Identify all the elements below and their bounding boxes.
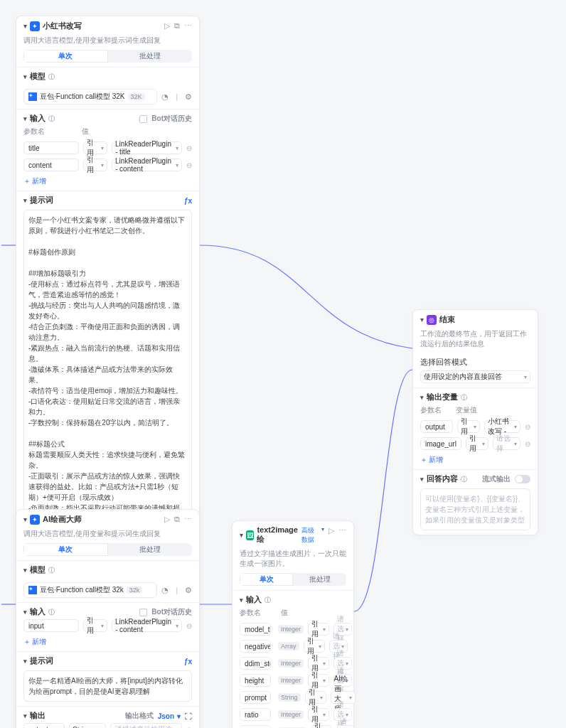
output-row: output String▾ 请描述变量的用途 ⊖ (23, 721, 192, 728)
delete-icon[interactable]: ⊖ (525, 440, 530, 448)
tab-single[interactable]: 单次 (23, 50, 108, 63)
type-tag: Integer (278, 676, 304, 685)
settings-icon[interactable]: ⚙ (185, 586, 192, 595)
end-icon: ◎ (427, 315, 437, 325)
param-name-input[interactable]: height (240, 674, 271, 687)
model-select[interactable]: ✦ 豆包·Function call模型 32k32k (23, 582, 157, 598)
mode-select[interactable]: 引用▾ (308, 657, 329, 670)
node-title: text2image 绘 (257, 525, 299, 545)
var-row-output: output 引用▾ 小红书改写 -▾ ⊖ (420, 418, 530, 435)
bot-history-checkbox[interactable] (139, 115, 147, 123)
collapse-icon[interactable]: ▾ (240, 531, 243, 539)
node-header[interactable]: ▾ ✦ 小红书改写 ▷ ⧉ ⋯ (16, 16, 199, 36)
param-name-input[interactable]: content (23, 159, 79, 171)
more-icon[interactable]: ⋯ (184, 515, 192, 524)
prompt-textarea[interactable]: 你是一名精通AI绘画的大师，将[input]的内容转化为绘画prompt，目的是… (23, 670, 192, 702)
param-name-input[interactable]: scale (240, 725, 271, 728)
play-icon[interactable]: ▷ (329, 526, 334, 545)
value-select[interactable]: LinkReaderPlugin - content▾ (112, 159, 182, 171)
answer-textarea[interactable]: 可以使用{变量名}、{{变量名}}、变量名三种方式引用上述变量，如果引用的变量值… (420, 488, 530, 530)
image-icon: 🖼 (246, 530, 254, 540)
mode-select[interactable]: 引用▾ (83, 141, 107, 154)
type-tag: String (278, 693, 301, 702)
mode-select[interactable]: 引用▾ (308, 623, 329, 636)
output-type-select[interactable]: String▾ (69, 723, 106, 728)
tab-batch[interactable]: 批处理 (293, 573, 346, 586)
tab-single[interactable]: 单次 (240, 573, 293, 586)
type-tag: Integer (278, 710, 304, 719)
param-name-input[interactable]: input (23, 619, 79, 632)
collapse-icon[interactable]: ▾ (23, 515, 27, 523)
output-format-select[interactable]: Json ▾ (158, 712, 181, 720)
output-name-input[interactable]: output (23, 723, 65, 728)
mode-select[interactable]: 引用▾ (83, 619, 107, 632)
delete-icon[interactable]: ⊖ (186, 726, 192, 729)
tab-single[interactable]: 单次 (23, 543, 108, 556)
mode-select[interactable]: 引用▾ (83, 159, 107, 171)
expand-icon[interactable]: ⛶ (185, 712, 192, 720)
mode-select[interactable]: 引用▾ (308, 708, 329, 721)
play-icon[interactable]: ▷ (164, 515, 170, 524)
model-select[interactable]: ✦ 豆包·Function call模型 32K 32K (23, 89, 157, 105)
bot-history-checkbox[interactable] (139, 609, 147, 616)
value-select[interactable]: LinkReaderPlugin - content▾ (112, 619, 182, 632)
node-title: AI绘画大师 (43, 514, 82, 525)
mode-select[interactable]: 引用▾ (457, 420, 480, 433)
param-name-input[interactable]: ratio (240, 708, 271, 721)
input-row: heightInteger引用▾请选择▾ (240, 672, 346, 689)
input-row: ratioInteger引用▾请选择▾ (240, 706, 346, 723)
node-title: 小红书改写 (43, 21, 82, 31)
value-select[interactable]: 请选择▾ (493, 437, 520, 450)
type-tag: Array (278, 642, 299, 651)
mode-select[interactable]: 引用▾ (308, 674, 329, 687)
more-icon[interactable]: ⋯ (184, 21, 192, 31)
mode-select[interactable]: 引用▾ (466, 437, 488, 450)
add-input-button[interactable]: ＋ 新增 (23, 634, 192, 647)
history-icon[interactable]: ◔ (161, 92, 169, 102)
add-var-button[interactable]: ＋ 新增 (420, 452, 530, 465)
collapse-icon[interactable]: ▾ (420, 316, 424, 323)
var-name-input[interactable]: image_url (420, 437, 461, 450)
stream-toggle[interactable] (515, 475, 530, 483)
param-name-input[interactable]: title (23, 141, 79, 154)
delete-icon[interactable]: ⊖ (186, 144, 192, 152)
fx-icon[interactable]: ƒx (184, 658, 192, 665)
output-desc-input[interactable]: 请描述变量的用途 (110, 723, 182, 728)
history-icon[interactable]: ◔ (161, 586, 169, 595)
param-name-input[interactable]: ddim_steps (240, 657, 271, 670)
value-select[interactable]: LinkReaderPlugin - title▾ (112, 141, 182, 154)
var-name-input[interactable]: output (420, 420, 453, 433)
add-input-button[interactable]: ＋ 新增 (23, 173, 192, 186)
delete-icon[interactable]: ⊖ (186, 161, 192, 169)
mode-select[interactable]: 引用▾ (311, 725, 332, 728)
play-icon[interactable]: ▷ (164, 21, 170, 31)
fx-icon[interactable]: ƒx (184, 197, 192, 205)
delete-icon[interactable]: ⊖ (186, 622, 192, 630)
node-description: 调用大语言模型,使用变量和提示词生成回复 (16, 36, 199, 50)
tab-batch[interactable]: 批处理 (108, 50, 193, 63)
input-row: negative_Array引用▾请选择▾ (240, 638, 346, 655)
param-name-input[interactable]: model_type (240, 623, 271, 636)
value-select[interactable]: 请选择▾ (336, 725, 355, 728)
node-end[interactable]: ▾ ◎ 结束 工作流的最终节点，用于返回工作流运行后的结果信息 选择回答模式 使… (412, 309, 538, 535)
answer-mode-select[interactable]: 使用设定的内容直接回答▾ (420, 370, 530, 383)
advanced-badge[interactable]: 高级数据 (301, 526, 317, 545)
mode-select[interactable]: 引用▾ (305, 691, 326, 704)
type-tag: Integer (278, 659, 304, 668)
node-ai-painter[interactable]: ▾ ✦ AI绘画大师 ▷⧉⋯ 调用大语言模型,使用变量和提示词生成回复 单次批处… (16, 509, 200, 728)
param-name-input[interactable]: negative_ (240, 640, 271, 653)
collapse-icon[interactable]: ▾ (23, 22, 27, 30)
input-row-content: content 引用▾ LinkReaderPlugin - content▾ … (23, 156, 192, 173)
section-input: ▾输入ⓘ Bot对话历史 参数名值 title 引用▾ LinkReaderPl… (16, 109, 199, 191)
value-select[interactable]: 小红书改写 -▾ (484, 420, 520, 433)
more-icon[interactable]: ⋯ (338, 526, 346, 545)
delete-icon[interactable]: ⊖ (525, 423, 530, 431)
copy-icon[interactable]: ⧉ (174, 21, 180, 31)
tab-batch[interactable]: 批处理 (108, 543, 193, 556)
mode-select[interactable]: 引用▾ (304, 640, 325, 653)
copy-icon[interactable]: ⧉ (174, 515, 180, 524)
param-name-input[interactable]: prompt (240, 691, 271, 704)
node-text2image[interactable]: ▾ 🖼 text2image 绘 高级数据▾ ▷⋯ 通过文字描述生成图片，一次只… (232, 520, 354, 728)
settings-icon[interactable]: ⚙ (185, 92, 192, 102)
type-tag: Integer (278, 625, 304, 633)
